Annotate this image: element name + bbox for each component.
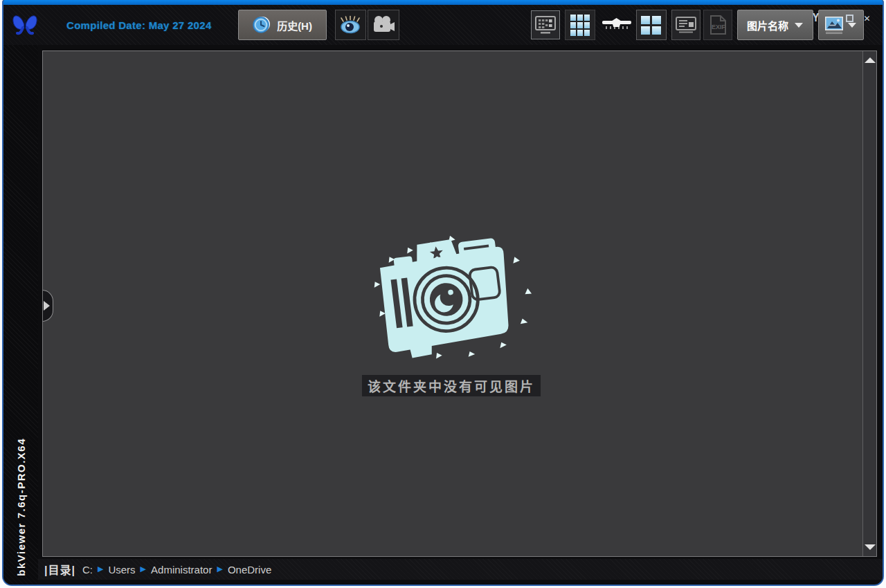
titlebar: Compiled Date: May 27 2024 历史(H) — [3, 5, 883, 45]
scroll-down-button[interactable] — [863, 540, 876, 555]
app-version-label: bkViewer 7.6q-PRO.X64 — [15, 438, 27, 576]
sort-by-dropdown-label: 图片名称 — [747, 18, 788, 33]
slider-icon — [602, 21, 631, 24]
triangle-down-icon — [865, 544, 876, 550]
svg-text:EXIF: EXIF — [712, 24, 726, 30]
app-window: Compiled Date: May 27 2024 历史(H) — [2, 0, 884, 586]
compiled-date-label: Compiled Date: May 27 2024 — [66, 19, 212, 31]
sidebar-expand-handle[interactable] — [42, 290, 53, 322]
content-column: 该文件夹中没有可见图片 |目录| C: ▶ Users ▶ Administra… — [38, 45, 883, 585]
slideshow-button[interactable] — [368, 10, 399, 40]
window-controls: Y _ ✕ — [813, 11, 870, 25]
large-thumbnails-button[interactable] — [636, 10, 667, 40]
eye-icon — [338, 15, 362, 35]
breadcrumb-item-drive[interactable]: C: — [82, 564, 93, 576]
maximize-button[interactable] — [846, 15, 853, 22]
help-button[interactable]: Y — [813, 11, 819, 25]
camera-illustration — [365, 232, 538, 367]
breadcrumb-item-users[interactable]: Users — [108, 564, 135, 576]
exif-file-icon: EXIF — [707, 14, 728, 36]
sort-by-dropdown[interactable]: 图片名称 — [737, 10, 813, 40]
breadcrumb-arrow-icon: ▶ — [141, 564, 146, 573]
breadcrumb-item-onedrive[interactable]: OneDrive — [228, 564, 271, 576]
window-bottom-edge — [38, 580, 883, 585]
triangle-up-icon — [865, 57, 876, 63]
details-list-icon — [675, 16, 697, 34]
image-browser-panel: 该文件夹中没有可见图片 — [42, 50, 877, 557]
details-view-button[interactable] — [671, 10, 700, 40]
window-accent-strip — [3, 0, 883, 5]
left-sidebar-strip: bkViewer 7.6q-PRO.X64 — [3, 45, 38, 585]
clock-icon — [252, 15, 271, 35]
scroll-up-button[interactable] — [863, 53, 876, 68]
chevron-right-icon — [44, 301, 50, 311]
directory-label: |目录| — [44, 561, 75, 578]
small-thumbnails-button[interactable] — [565, 10, 595, 40]
movie-camera-icon — [372, 15, 395, 35]
vertical-scrollbar[interactable] — [862, 51, 876, 556]
empty-folder-stage: 该文件夹中没有可见图片 — [362, 232, 541, 396]
history-button-label: 历史(H) — [277, 18, 312, 33]
monitor-grid-icon — [534, 15, 557, 35]
history-button[interactable]: 历史(H) — [238, 10, 327, 40]
grid-3x3-icon — [570, 15, 590, 36]
grid-2x2-icon — [641, 16, 661, 35]
butterfly-logo-icon — [12, 14, 39, 36]
chevron-down-icon — [795, 23, 803, 28]
minimize-button[interactable]: _ — [829, 13, 835, 27]
thumbnail-size-slider[interactable] — [599, 10, 635, 40]
fullscreen-thumbnails-button[interactable] — [531, 10, 560, 39]
main-area: bkViewer 7.6q-PRO.X64 — [3, 45, 883, 585]
breadcrumb-arrow-icon: ▶ — [217, 564, 222, 573]
viewer-button[interactable] — [335, 10, 366, 40]
breadcrumb-arrow-icon: ▶ — [98, 564, 103, 573]
breadcrumb-item-administrator[interactable]: Administrator — [151, 564, 212, 576]
close-button[interactable]: ✕ — [864, 11, 870, 25]
empty-folder-message: 该文件夹中没有可见图片 — [362, 375, 541, 396]
exif-info-button[interactable]: EXIF — [703, 10, 732, 40]
statusbar: |目录| C: ▶ Users ▶ Administrator ▶ OneDri… — [38, 559, 883, 580]
